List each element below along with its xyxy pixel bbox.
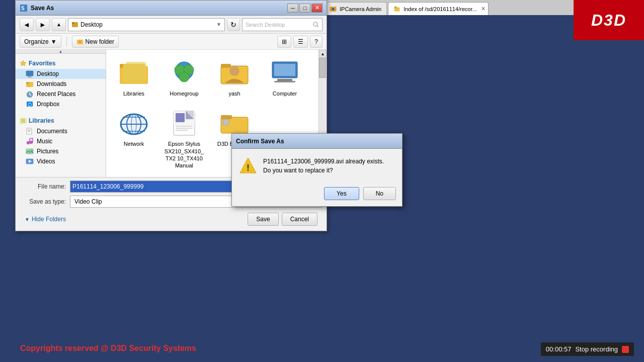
d3d-logo: D3D (574, 0, 644, 40)
svg-point-31 (30, 141, 33, 144)
favorites-section: Favorites Desktop ↓ Dow (16, 54, 106, 111)
address-bar[interactable]: Desktop ▼ (68, 18, 225, 31)
svg-rect-49 (277, 79, 292, 81)
dialog-toolbar: ◄ ► ▲ Desktop ▼ ↻ Search Desktop (16, 16, 327, 34)
svg-text:⬡: ⬡ (28, 102, 32, 107)
confirm-dialog: Confirm Save As ! P161114_123006_999999.… (231, 133, 403, 207)
svg-point-30 (27, 141, 30, 144)
title-bar-left: S Save As (20, 4, 54, 12)
address-dropdown[interactable]: ▼ (216, 22, 221, 27)
document-svg-icon (173, 110, 196, 136)
back-button[interactable]: ◄ (20, 18, 34, 31)
confirm-message: P161114_123006_999999.avi already exists… (263, 157, 384, 175)
close-button[interactable]: ✕ (311, 4, 323, 13)
svg-rect-60 (176, 113, 185, 122)
title-controls: ─ □ ✕ (287, 4, 323, 13)
toolbar-separator (66, 37, 67, 47)
no-button[interactable]: No (363, 187, 396, 200)
cancel-button[interactable]: Cancel (282, 213, 317, 226)
browser-tab-bar: IPCamera Admin Index of /sd/20161114/rec… (322, 0, 574, 15)
save-cancel-row: Save Cancel (248, 213, 317, 226)
sidebar-item-pictures[interactable]: Pictures (16, 146, 106, 156)
hide-folders-button[interactable]: ▼ Hide Folders (25, 216, 66, 223)
sidebar-item-dropbox[interactable]: ⬡ Dropbox (16, 99, 106, 109)
yes-button[interactable]: Yes (324, 187, 359, 200)
svg-point-1 (332, 8, 334, 10)
forward-button[interactable]: ► (36, 18, 50, 31)
view-toggle-button[interactable]: ⊞ (277, 36, 291, 48)
file-item-computer[interactable]: Computer (262, 55, 307, 100)
maximize-button[interactable]: □ (299, 4, 310, 13)
sidebar-item-documents[interactable]: Documents (16, 126, 106, 136)
svg-text:!: ! (247, 163, 250, 173)
svg-point-8 (313, 22, 317, 26)
svg-line-9 (317, 26, 318, 27)
sidebar: ▲ Favorites Desktop (16, 50, 106, 177)
sidebar-item-music[interactable]: Music (16, 136, 106, 146)
libraries-icon (119, 60, 149, 86)
svg-text:+: + (78, 39, 82, 45)
videos-icon (26, 158, 34, 165)
recent-icon (26, 90, 34, 98)
documents-icon (26, 128, 34, 135)
sidebar-item-videos[interactable]: Videos (16, 156, 106, 166)
organize-button[interactable]: Organize ▼ (20, 36, 61, 48)
scroll-up-button[interactable]: ▲ (319, 50, 327, 58)
save-as-title-icon: S (20, 4, 28, 12)
pictures-icon (26, 148, 34, 155)
desktop-icon (26, 70, 34, 77)
file-item-network[interactable]: Network (111, 105, 156, 172)
refresh-button[interactable]: ↻ (227, 18, 240, 31)
user-folder-icon (220, 60, 249, 86)
computer-svg-icon (270, 60, 299, 86)
svg-rect-7 (72, 22, 74, 24)
arrow-icon: ▼ (25, 217, 30, 222)
tab-ipcamera[interactable]: IPCamera Admin (324, 2, 387, 15)
warning-icon: ! (239, 157, 257, 175)
svg-rect-24 (21, 121, 25, 122)
svg-rect-48 (274, 64, 295, 76)
svg-rect-26 (27, 128, 32, 134)
sidebar-item-recent[interactable]: Recent Places (16, 89, 106, 99)
file-item-epson[interactable]: Epson Stylus SX210_SX410_TX2 10_TX410 Ma… (162, 105, 207, 172)
file-item-homegroup[interactable]: Homegroup (162, 55, 207, 100)
copyright-text: Copyrights reserved @ D3D Security Syste… (20, 344, 196, 353)
help-button[interactable]: ? (310, 36, 323, 48)
downloads-icon: ↓ (26, 80, 34, 87)
recording-badge: 00:00:57 Stop recording (541, 342, 634, 356)
network-icon (119, 108, 149, 138)
scroll-thumb[interactable] (319, 58, 326, 78)
svg-rect-14 (28, 76, 31, 77)
libraries-icon (20, 117, 27, 124)
dialog-title-bar: S Save As ─ □ ✕ (16, 1, 327, 16)
file-item-libraries[interactable]: Libraries (111, 55, 156, 100)
svg-rect-3 (394, 6, 396, 8)
confirm-title-bar: Confirm Save As (232, 134, 402, 149)
file-item-yash[interactable]: yash (212, 55, 257, 100)
libraries-header[interactable]: Libraries (16, 115, 106, 126)
document-icon (169, 108, 199, 138)
d3d-folder-svg (220, 110, 249, 136)
search-bar[interactable]: Search Desktop (242, 18, 323, 31)
minimize-button[interactable]: ─ (287, 4, 298, 13)
confirm-buttons: Yes No (232, 183, 402, 206)
svg-rect-68 (223, 119, 229, 125)
svg-marker-12 (20, 60, 26, 66)
search-icon (313, 22, 319, 28)
sidebar-item-desktop[interactable]: Desktop (16, 69, 106, 79)
new-folder-icon: + (76, 38, 84, 45)
sidebar-item-downloads[interactable]: ↓ Downloads (16, 79, 106, 89)
save-button[interactable]: Save (248, 213, 278, 226)
tab-index[interactable]: Index of /sd/20161114/recor... ✕ (388, 2, 489, 15)
svg-rect-45 (221, 64, 231, 68)
svg-text:S: S (21, 6, 25, 11)
tab-close-button[interactable]: ✕ (480, 6, 487, 13)
favorites-header[interactable]: Favorites (16, 58, 106, 69)
action-bar: Organize ▼ + New folder ⊞ ☰ ? (16, 34, 327, 50)
svg-point-57 (121, 114, 147, 134)
view-list-button[interactable]: ☰ (293, 36, 308, 48)
star-icon (20, 60, 27, 67)
up-button[interactable]: ▲ (52, 18, 66, 31)
new-folder-button[interactable]: + New folder (72, 36, 119, 48)
scroll-up[interactable]: ▲ (16, 50, 106, 54)
